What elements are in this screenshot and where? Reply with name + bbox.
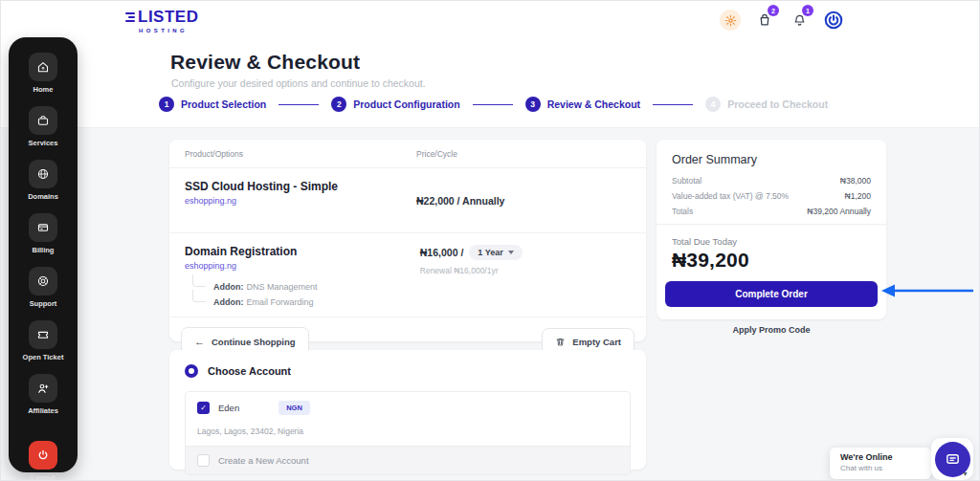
chat-status-card: We're Online Chat with us (830, 448, 931, 479)
sidebar-item-home[interactable]: Home (29, 53, 57, 94)
scroll-corner-icon: ▼ (962, 470, 969, 477)
total-due-label: Total Due Today (657, 236, 886, 247)
cart-item-hosting: SSD Cloud Hosting - Simple eshopping.ng … (169, 168, 646, 233)
create-new-account-option[interactable]: Create a New Account (186, 446, 630, 474)
top-header: LISTED HOSTING 2 1 (1, 1, 979, 39)
step-connector (473, 104, 513, 105)
notification-count-badge: 1 (802, 5, 813, 16)
user-plus-icon (29, 374, 57, 403)
sidebar-item-domains[interactable]: Domains (28, 160, 58, 201)
product-domain-link[interactable]: eshopping.ng (185, 261, 420, 271)
addon-email: Addon:Email Forwarding (185, 297, 420, 307)
checkout-page: LISTED HOSTING 2 1 (0, 0, 980, 481)
chevron-down-icon (508, 251, 514, 254)
step-connector (278, 104, 319, 105)
choose-account-title: Choose Account (208, 365, 291, 377)
summary-row-vat: Value-added tax (VAT) @ 7.50% ₦1,200 (672, 191, 871, 201)
step-product-configuration[interactable]: 2 Product Configuration (331, 97, 459, 112)
currency-badge: NGN (278, 401, 310, 415)
column-price-cycle: Price/Cycle (416, 149, 631, 159)
tree-connector (192, 290, 206, 302)
product-domain-link[interactable]: eshopping.ng (185, 196, 338, 206)
arrow-left-icon: ← (194, 336, 205, 347)
choose-account-card: Choose Account ✓ Eden NGN Lagos, Lagos, … (169, 350, 646, 470)
checkbox-checked-icon[interactable]: ✓ (197, 402, 210, 414)
sidebar-item-logout[interactable]: Logout (29, 441, 57, 481)
summary-row-subtotal: Subtotal ₦38,000 (672, 176, 871, 186)
billing-term-dropdown[interactable]: 1 Year (469, 245, 522, 260)
account-name: Eden (218, 403, 239, 413)
product-name: SSD Cloud Hosting - Simple (185, 180, 338, 193)
renewal-price: Renewal ₦16,000/1yr (420, 266, 631, 275)
cart-count-badge: 2 (768, 5, 779, 16)
addon-dns: Addon:DNS Management (185, 282, 420, 292)
brand-logo[interactable]: LISTED HOSTING (125, 8, 198, 33)
step-review-checkout[interactable]: 3 Review & Checkout (525, 97, 640, 112)
tree-connector (192, 274, 206, 287)
apply-promo-code-link[interactable]: Apply Promo Code (657, 325, 886, 335)
logo-title: LISTED (138, 8, 198, 27)
sidebar: Home Services Domains Billing Support Op… (9, 37, 78, 472)
addon-list: Addon:DNS Management Addon:Email Forward… (185, 282, 420, 307)
step-connector (653, 104, 693, 105)
power-icon (29, 441, 57, 470)
total-due-value: ₦39,200 (657, 247, 886, 272)
cart-button[interactable]: 2 (753, 9, 776, 32)
product-name: Domain Registration (185, 245, 420, 258)
checkout-stepper: 1 Product Selection 2 Product Configurat… (159, 97, 828, 112)
summary-divider (657, 224, 886, 225)
product-price: ₦22,000 / Annually (416, 195, 504, 207)
account-address: Lagos, Lagos, 23402, Nigeria (186, 421, 630, 446)
summary-row-totals: Totals ₦39,200 Annually (672, 207, 871, 216)
ticket-icon (29, 320, 57, 349)
product-price: ₦16,000 / (420, 247, 464, 258)
sidebar-item-billing[interactable]: Billing (29, 213, 57, 254)
checkbox-empty-icon[interactable] (197, 454, 210, 467)
page-title: Review & Checkout (170, 51, 360, 74)
page-subtitle: Configure your desired options and conti… (171, 77, 426, 89)
briefcase-icon (29, 106, 57, 135)
cart-item-domain: Domain Registration eshopping.ng Addon:D… (169, 233, 646, 317)
chat-cta: Chat with us (840, 464, 931, 472)
cart-table-header: Product/Options Price/Cycle (169, 140, 646, 168)
sidebar-item-open-ticket[interactable]: Open Ticket (23, 320, 64, 361)
step-proceed-checkout: 4 Proceed to Checkout (705, 97, 828, 112)
sidebar-item-services[interactable]: Services (29, 106, 58, 147)
chat-bubble-icon (945, 451, 961, 468)
sidebar-item-affiliates[interactable]: Affiliates (28, 374, 58, 415)
logo-lines-icon (125, 12, 135, 22)
sidebar-item-support[interactable]: Support (29, 267, 57, 308)
lifering-icon (29, 267, 57, 295)
account-option-eden[interactable]: ✓ Eden NGN (186, 392, 630, 421)
logo-subtitle: HOSTING (139, 28, 198, 33)
page-header: Review & Checkout Configure your desired… (1, 39, 979, 128)
order-summary-title: Order Summary (657, 140, 886, 176)
account-selector: ✓ Eden NGN Lagos, Lagos, 23402, Nigeria … (185, 391, 631, 475)
column-product-options: Product/Options (185, 149, 243, 159)
step-product-selection[interactable]: 1 Product Selection (159, 97, 266, 112)
annotation-arrow-icon (880, 281, 975, 300)
complete-order-button[interactable]: Complete Order (665, 281, 878, 307)
credit-card-icon (29, 213, 57, 242)
logout-top-button[interactable] (822, 9, 845, 32)
order-summary-card: Order Summary Subtotal ₦38,000 Value-add… (657, 140, 886, 319)
settings-button[interactable] (719, 9, 742, 32)
trash-icon (555, 337, 566, 347)
main-content: Product/Options Price/Cycle SSD Cloud Ho… (1, 128, 979, 480)
notifications-button[interactable]: 1 (788, 9, 811, 32)
gear-icon (720, 10, 741, 31)
power-icon (824, 11, 843, 30)
radio-selected-icon[interactable] (185, 364, 198, 378)
home-icon (29, 53, 57, 81)
cart-card: Product/Options Price/Cycle SSD Cloud Ho… (169, 140, 646, 341)
globe-icon (29, 160, 57, 188)
chat-status: We're Online (840, 452, 931, 462)
